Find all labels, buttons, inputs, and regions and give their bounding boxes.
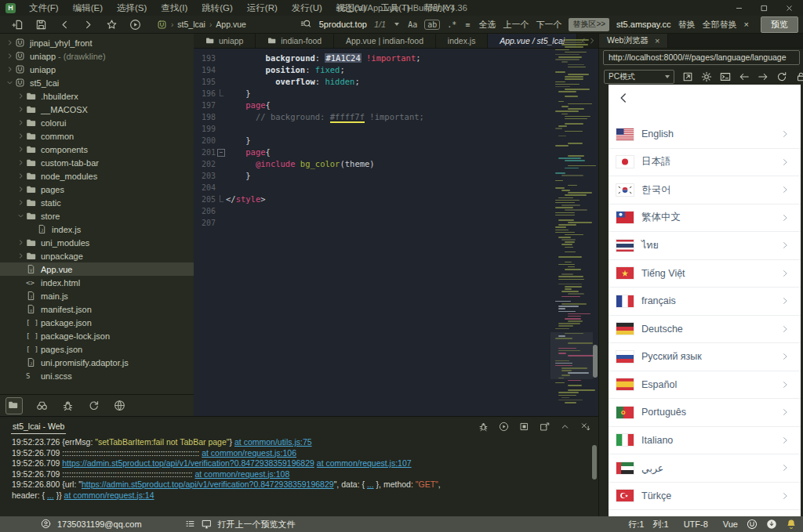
task-list-icon[interactable] (185, 519, 196, 530)
expand-arrow-icon[interactable] (16, 157, 26, 168)
bookmark-button[interactable] (106, 19, 118, 31)
language-item-deutsche[interactable]: Deutsche (609, 316, 801, 344)
console-link[interactable]: at common/request.js:14 (64, 490, 154, 500)
stop-icon[interactable] (519, 422, 529, 432)
open-last-preview-action[interactable]: 打开上一个预览文件 (218, 519, 296, 530)
expand-arrow-icon[interactable] (16, 184, 26, 194)
replace-zone-toggle[interactable]: 替换区>> (569, 18, 609, 31)
tree-item-common[interactable]: common (0, 129, 194, 143)
console-link[interactable]: ... (47, 490, 54, 500)
menu-item-u[interactable]: 发行(U) (285, 1, 329, 16)
preserve-case-option[interactable]: ≡ (463, 20, 471, 29)
expand-arrow-icon[interactable] (16, 144, 26, 154)
page-back-button[interactable] (616, 91, 630, 105)
console-link[interactable]: https://admin.st5product.top/api/v1/veri… (62, 458, 314, 468)
editor-tab-indian-food[interactable]: indian-food (256, 33, 334, 48)
new-file-button[interactable] (12, 19, 24, 31)
language-item-ae[interactable]: عربي (609, 454, 801, 483)
console-link[interactable]: at common/request.js:107 (317, 458, 412, 468)
tree-item-uni-modules[interactable]: uni_modules (0, 236, 194, 249)
menu-item-r[interactable]: 运行(R) (240, 1, 285, 16)
expand-arrow-icon[interactable] (16, 251, 26, 261)
tree-item-colorui[interactable]: colorui (0, 116, 194, 129)
menu-item-f[interactable]: 文件(F) (22, 1, 66, 16)
language-item-ti-ng-vi-t[interactable]: Tiếng Việt (609, 260, 801, 288)
close-icon[interactable] (776, 0, 801, 16)
close-find-icon[interactable]: × (744, 20, 749, 29)
find-history-caret-icon[interactable] (394, 23, 399, 26)
device-mode-select[interactable]: PC模式 (604, 70, 674, 84)
tree-item-hbuilderx[interactable]: .hbuilderx (0, 89, 194, 103)
tree-item-macosx[interactable]: __MACOSX (0, 103, 194, 116)
collapse-arrow-icon[interactable] (16, 211, 26, 221)
console-link[interactable]: at common/request.js:106 (202, 448, 296, 458)
debug-view-icon[interactable] (62, 400, 74, 412)
breadcrumb-project[interactable]: st5_lcai (177, 20, 205, 29)
tree-item-manifest-json[interactable]: omanifest.json (0, 302, 194, 316)
find-input[interactable]: 5product.top (319, 20, 367, 29)
expand-arrow-icon[interactable] (16, 171, 26, 181)
console-link[interactable]: ... (367, 480, 374, 489)
files-view-icon[interactable] (5, 397, 23, 414)
tree-item-pages-json[interactable]: [ ]pages.json (0, 342, 194, 356)
tree-item-store[interactable]: store (0, 209, 194, 223)
replace-button[interactable]: 替换 (678, 19, 696, 31)
maximize-icon[interactable] (751, 0, 776, 16)
tree-item-unpackage[interactable]: unpackage (0, 249, 194, 262)
notification-bell-icon[interactable] (786, 519, 797, 530)
console-tab[interactable]: st5_lcai - Web (11, 418, 66, 434)
minimize-icon[interactable] (726, 0, 751, 16)
expand-arrow-icon[interactable] (16, 104, 26, 114)
replace-all-button[interactable]: 全部替换 (703, 19, 737, 31)
tree-item-main-js[interactable]: Jmain.js (0, 289, 194, 302)
find-next-button[interactable]: 下一个 (536, 19, 561, 31)
devtools-icon[interactable] (720, 71, 731, 82)
console-scrollbar[interactable] (592, 445, 597, 480)
whole-word-option[interactable]: ab (424, 20, 440, 30)
expand-arrow-icon[interactable] (5, 64, 15, 74)
tree-item-uniapp[interactable]: uniapp- (drawkline) (0, 49, 194, 63)
search-view-icon[interactable] (36, 400, 49, 412)
language-item-jp[interactable]: 日本語 (609, 149, 801, 177)
open-window-icon[interactable] (540, 422, 550, 432)
forward-button[interactable] (82, 19, 94, 31)
fold-marker-icon[interactable]: − (217, 149, 225, 157)
preview-button[interactable]: 预览 (761, 16, 798, 33)
find-previous-button[interactable]: 上一个 (503, 19, 529, 31)
tree-item-st5-lcai[interactable]: st5_lcai (0, 76, 194, 89)
tree-item-custom-tab-bar[interactable]: custom-tab-bar (0, 156, 194, 169)
replace-input[interactable]: st5.amspay.cc (616, 20, 671, 29)
match-case-option[interactable]: Aa (406, 20, 419, 29)
language-item-portugu-s[interactable]: Português (609, 399, 801, 427)
language-item-th[interactable]: ไทย (609, 232, 801, 260)
console-link[interactable]: at common/request.js:108 (194, 469, 289, 479)
menu-item-s[interactable]: 选择(S) (110, 1, 154, 16)
preview-file-icon[interactable] (202, 519, 213, 530)
language-item-fran-ais[interactable]: français (609, 288, 801, 316)
refresh-icon[interactable] (776, 71, 787, 82)
expand-arrow-icon[interactable] (16, 91, 26, 101)
editor-tab-app-vue-indian-food[interactable]: App.vue | indian-food (334, 33, 436, 48)
expand-arrow-icon[interactable] (16, 118, 26, 128)
debug-icon[interactable] (478, 422, 489, 432)
expand-arrow-icon[interactable] (16, 237, 26, 248)
tree-item-package-lock-json[interactable]: [ ]package-lock.json (0, 329, 194, 342)
sync-view-icon[interactable] (88, 400, 100, 412)
expand-arrow-icon[interactable] (16, 131, 26, 141)
account-icon[interactable] (41, 519, 52, 530)
save-button[interactable] (35, 19, 47, 31)
expand-arrow-icon[interactable] (5, 51, 15, 61)
browser-back-icon[interactable] (739, 71, 750, 82)
collapse-panel-icon[interactable] (560, 422, 570, 432)
popout-icon[interactable] (682, 71, 693, 82)
close-browser-tab-icon[interactable]: × (655, 36, 659, 45)
editor-tab-uniapp[interactable]: uniapp (194, 33, 256, 48)
clear-console-icon[interactable] (580, 422, 590, 432)
language-item-espa-ol[interactable]: Español (609, 371, 801, 400)
language-item-english[interactable]: English (609, 121, 801, 149)
language-item-italiano[interactable]: Italiano (609, 427, 801, 455)
minimap[interactable] (552, 36, 591, 413)
editor-scrollbar[interactable] (593, 345, 598, 378)
menu-item-g[interactable]: 跳转(G) (194, 1, 240, 16)
language-item-kr[interactable]: 한국어 (609, 176, 801, 204)
